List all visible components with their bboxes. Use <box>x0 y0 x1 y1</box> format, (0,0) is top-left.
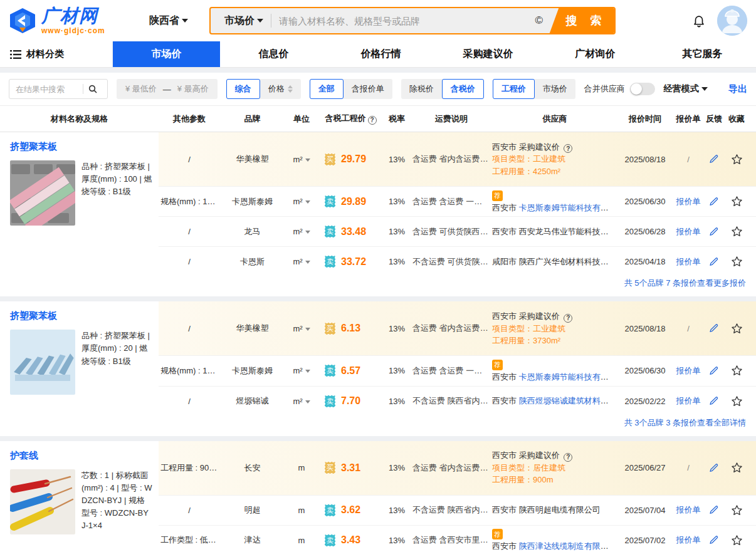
product-image[interactable] <box>10 469 75 534</box>
feedback-edit-icon[interactable] <box>704 366 724 376</box>
site-logo[interactable]: 广材网 www·gldjc·com <box>9 7 128 35</box>
column-header: 品牌 <box>220 113 285 125</box>
more-quotes-link[interactable]: 共 5个品牌 7 条报价查看更多报价 <box>159 276 756 296</box>
feedback-edit-icon[interactable] <box>704 396 724 406</box>
supplier-link[interactable]: 陕西煜塬锦诚建筑材料有... <box>519 396 614 405</box>
quote-with-option[interactable]: 含报价单 <box>344 79 392 99</box>
material-title[interactable]: 挤塑聚苯板 <box>10 310 152 322</box>
supplier-link[interactable]: 陕西津达线缆制造有限公司 <box>519 541 614 551</box>
tax-excluded-option[interactable]: 除税价 <box>401 79 442 99</box>
notification-bell-icon[interactable] <box>692 14 706 28</box>
price-row: / 明超 m 卖 3.62 13% 不含运费 陕西省内单次... 西安市 陕西明… <box>159 495 756 525</box>
favorite-star-icon[interactable] <box>724 226 749 237</box>
tax-included-option[interactable]: 含税价 <box>442 79 484 99</box>
feedback-edit-icon[interactable] <box>704 323 724 333</box>
help-icon[interactable]: ? <box>368 116 377 125</box>
unit-selector: m <box>285 506 318 515</box>
tab-price-trend[interactable]: 价格行情 <box>327 41 434 67</box>
feedback-edit-icon[interactable] <box>704 227 724 237</box>
quote-sheet: 报价单 <box>673 534 704 546</box>
project-type-link[interactable]: 工业建筑 <box>533 324 565 333</box>
price-value: 29.89 <box>341 196 366 207</box>
unit-selector: m <box>285 536 318 545</box>
favorite-star-icon[interactable] <box>724 395 749 407</box>
price-range-filter[interactable]: ¥ 最低价 — ¥ 最高价 <box>117 79 218 99</box>
supplier-city: 西安市 <box>492 372 517 382</box>
supplier-link[interactable]: 卡恩斯泰姆节能科技有限... <box>519 203 614 212</box>
search-category-dropdown[interactable]: 市场价 <box>211 14 271 28</box>
help-icon[interactable]: ? <box>564 453 572 462</box>
quote-sheet-link[interactable]: 报价单 <box>676 396 701 405</box>
merge-supplier-toggle[interactable] <box>630 83 655 95</box>
search-icon[interactable] <box>88 84 98 94</box>
material-title[interactable]: 挤塑聚苯板 <box>10 141 152 153</box>
market-price-option[interactable]: 市场价 <box>535 79 575 99</box>
favorite-star-icon[interactable] <box>724 365 749 377</box>
business-mode-dropdown[interactable]: 经营模式 <box>664 83 708 95</box>
sell-badge: 卖 <box>325 395 335 407</box>
unit-selector[interactable]: m² <box>285 257 318 266</box>
unit-selector[interactable]: m² <box>285 155 318 164</box>
favorite-star-icon[interactable] <box>724 154 749 165</box>
quote-sheet-link[interactable]: 报价单 <box>676 535 701 544</box>
export-button[interactable]: 导出 <box>728 83 747 95</box>
project-type-link[interactable]: 工业建筑 <box>533 154 565 164</box>
feedback-edit-icon[interactable] <box>704 463 724 473</box>
tab-info-price[interactable]: 信息价 <box>220 41 327 67</box>
unit-selector[interactable]: m² <box>285 366 318 375</box>
quote-sheet-link[interactable]: 报价单 <box>676 197 701 206</box>
favorite-star-icon[interactable] <box>724 462 749 474</box>
supplier-link[interactable]: 卡恩斯泰姆节能科技有限... <box>519 372 614 382</box>
feedback-edit-icon[interactable] <box>704 257 724 267</box>
search-input[interactable] <box>271 16 528 26</box>
sort-price[interactable]: 价格 <box>260 79 301 99</box>
favorite-star-icon[interactable] <box>724 534 749 546</box>
region-selector[interactable]: 陕西省 <box>128 14 209 28</box>
unit-selector[interactable]: m² <box>285 227 318 236</box>
search-button[interactable]: 搜 索 <box>549 7 614 34</box>
brand: 卡恩斯 <box>220 256 285 268</box>
unit-selector[interactable]: m² <box>285 324 318 333</box>
material-info: 挤塑聚苯板 品种 : 挤塑聚苯板 | 厚度(mm) : 100 | 燃烧等级 :… <box>0 132 159 296</box>
other-params: / <box>159 397 220 406</box>
project-type-link[interactable]: 居住建筑 <box>533 463 565 472</box>
quote-sheet-link[interactable]: 报价单 <box>676 227 701 236</box>
product-image[interactable] <box>10 330 75 395</box>
quote-all-option[interactable]: 全部 <box>310 79 344 99</box>
tab-gc-inquiry[interactable]: 广材询价 <box>542 41 649 67</box>
product-image[interactable] <box>10 160 75 226</box>
supplier-city: 咸阳市 <box>492 257 517 266</box>
material-title[interactable]: 护套线 <box>10 450 152 462</box>
tab-purchase-suggestion[interactable]: 采购建议价 <box>434 41 542 67</box>
min-price-input[interactable]: ¥ 最低价 <box>125 83 157 95</box>
feedback-edit-icon[interactable] <box>704 535 724 545</box>
chevron-down-icon <box>305 159 310 162</box>
feedback-edit-icon[interactable] <box>704 154 724 164</box>
favorite-star-icon[interactable] <box>724 256 749 268</box>
feedback-edit-icon[interactable] <box>704 505 724 515</box>
results-search-input[interactable] <box>16 85 78 94</box>
project-price-option[interactable]: 工程价 <box>493 79 535 99</box>
quote-sheet-link[interactable]: 报价单 <box>676 366 701 375</box>
tab-other-services[interactable]: 其它服务 <box>649 41 756 67</box>
help-icon[interactable]: ? <box>564 144 572 153</box>
favorite-star-icon[interactable] <box>724 504 749 516</box>
user-avatar[interactable] <box>717 6 747 36</box>
help-icon[interactable]: ? <box>564 314 572 323</box>
unit-selector[interactable]: m² <box>285 197 318 206</box>
sort-composite[interactable]: 综合 <box>226 79 260 99</box>
copyright-icon[interactable]: © <box>528 14 549 27</box>
quote-sheet-link[interactable]: 报价单 <box>676 505 701 514</box>
favorite-star-icon[interactable] <box>724 323 749 335</box>
tab-market-price[interactable]: 市场价 <box>113 41 220 67</box>
more-quotes-link[interactable]: 共 3个品牌 3 条报价查看全部详情 <box>159 416 756 436</box>
recommended-badge: 荐 <box>492 360 503 370</box>
unit-selector[interactable]: m² <box>285 397 318 406</box>
quote-sheet-link[interactable]: 报价单 <box>676 257 701 266</box>
other-params: / <box>159 155 220 164</box>
feedback-edit-icon[interactable] <box>704 197 724 207</box>
supplier-cell: 西安市 西安龙马伟业节能科技有... <box>492 226 617 238</box>
favorite-star-icon[interactable] <box>724 195 749 207</box>
max-price-input[interactable]: ¥ 最高价 <box>177 83 209 95</box>
material-catalog-button[interactable]: 材料分类 <box>0 41 113 67</box>
